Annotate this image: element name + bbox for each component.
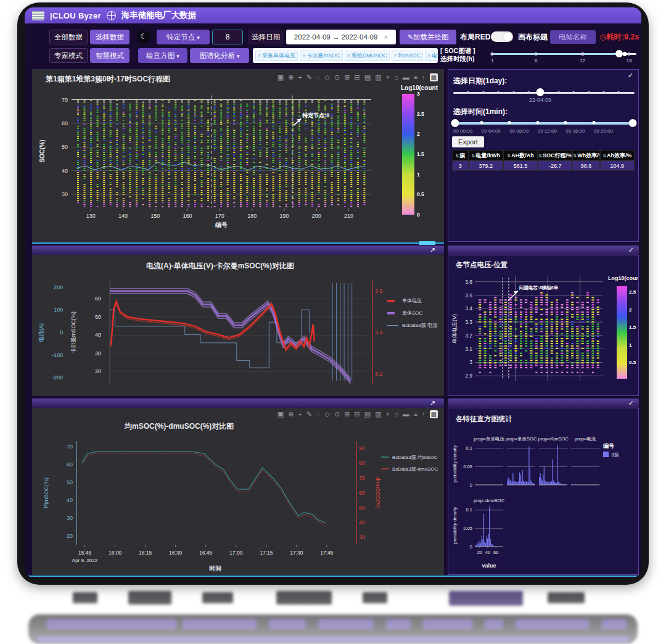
expert-mode-button[interactable]: 专家模式 bbox=[49, 48, 88, 63]
autoscale-icon[interactable]: ▤ bbox=[364, 410, 371, 418]
panel-separator[interactable]: ↗ bbox=[32, 246, 444, 255]
table-header[interactable]: ⇅电量/kWh bbox=[469, 150, 503, 160]
close-icon[interactable]: × bbox=[386, 73, 390, 81]
date-range-input[interactable]: 2022-04-09 → 2022-04-09× bbox=[286, 30, 396, 44]
theme-moon-icon[interactable]: ☾ bbox=[137, 30, 150, 44]
circle-select-icon[interactable]: ⊙ bbox=[334, 410, 340, 418]
check-icon[interactable]: ✓ bbox=[628, 398, 634, 408]
svg-text:50: 50 bbox=[95, 314, 101, 320]
filter-tag[interactable]: ×采集单体电压 bbox=[255, 51, 298, 61]
filter-tag[interactable]: ×电流 bbox=[425, 51, 438, 61]
draw-icon[interactable]: ✎ bbox=[306, 73, 312, 81]
svg-text:3.4: 3.4 bbox=[375, 329, 383, 336]
toggle-grid-icon[interactable]: ≡ bbox=[414, 73, 417, 81]
svg-text:0.5: 0.5 bbox=[417, 191, 424, 197]
filter-tag[interactable]: ×系统DMUSOC bbox=[345, 51, 390, 61]
tag-close-icon[interactable]: × bbox=[302, 52, 305, 59]
zoom-in-icon[interactable]: ⊞ bbox=[344, 410, 350, 418]
panel-separator[interactable]: ✓ bbox=[448, 398, 639, 408]
filter-tag[interactable]: ×均mSOC bbox=[392, 51, 423, 61]
graph-analysis-dropdown[interactable]: 图谱化分析▾ bbox=[190, 48, 249, 63]
expand-icon[interactable]: ↗ bbox=[430, 246, 435, 255]
zoom-out-icon[interactable]: ⊟ bbox=[355, 73, 360, 81]
filter-tag[interactable]: ×卡尔曼mSOC bbox=[300, 51, 342, 61]
node-value-input[interactable]: 8 bbox=[212, 30, 243, 44]
home-icon[interactable]: ⌂ bbox=[394, 410, 398, 418]
all-data-button[interactable]: 全部数据 bbox=[49, 30, 88, 44]
table-header[interactable]: ⇅簇 bbox=[452, 150, 469, 160]
svg-text:40: 40 bbox=[95, 332, 101, 338]
msoc-compare-chart[interactable]: 706050403020均mSOC(%)90807060504030dmuSOC… bbox=[36, 434, 438, 573]
node-voltage-chart[interactable]: 3.63.53.43.33.23.132.9单体电压(V)问题电芯:8模组6串L… bbox=[449, 271, 638, 395]
lasso-icon[interactable]: ◌ bbox=[316, 410, 321, 418]
date-label: 选择日期 bbox=[248, 30, 284, 44]
smart-mode-button[interactable]: 智慧模式 bbox=[90, 48, 130, 63]
reset-axes-icon[interactable]: ▥ bbox=[375, 73, 381, 81]
horizontal-scrollbar[interactable] bbox=[32, 242, 444, 244]
metrics-table: ⇅簇⇅电量/kWh⇅AH数/Ah⇅SOC行程/%⇅Wh效率/%⇅Ah效率/%33… bbox=[452, 150, 635, 171]
slider-handle[interactable] bbox=[536, 88, 545, 96]
spike-icon[interactable]: ↑ bbox=[422, 73, 426, 81]
range-handle-start[interactable] bbox=[451, 119, 459, 127]
table-row[interactable]: 3379.2561.5-26.798.6104.9 bbox=[452, 160, 635, 171]
soc-trip-chart[interactable]: 7060504030130140150160170180190200210编号S… bbox=[36, 84, 438, 239]
lasso-icon[interactable]: ◌ bbox=[316, 73, 321, 81]
select-data-button[interactable]: 选择数据 bbox=[90, 30, 130, 44]
panel-separator[interactable]: ✓ bbox=[448, 246, 639, 255]
tag-close-icon[interactable]: × bbox=[427, 52, 430, 59]
camera-icon[interactable]: ▣ bbox=[278, 410, 284, 418]
close-icon[interactable]: × bbox=[386, 410, 390, 418]
date-slider[interactable]: 22-04-09 bbox=[453, 87, 635, 101]
toggle-grid-icon[interactable]: ≡ bbox=[414, 410, 417, 418]
svg-text:0.1: 0.1 bbox=[466, 507, 472, 513]
spike-icon[interactable]: ↑ bbox=[422, 410, 426, 418]
expand-icon[interactable]: ↗ bbox=[430, 398, 435, 408]
toggle-line-icon[interactable]: ▬ bbox=[403, 410, 409, 418]
scrollbar-thumb[interactable] bbox=[419, 241, 435, 245]
draw-icon[interactable]: ✎ bbox=[306, 410, 312, 418]
slider-handle[interactable] bbox=[615, 50, 623, 57]
table-header[interactable]: ⇅Ah效率/% bbox=[600, 150, 635, 160]
load-and-plot-button[interactable]: ✎加载并绘图 bbox=[400, 30, 456, 44]
zoom-in-icon[interactable]: ⊞ bbox=[344, 73, 350, 81]
time-range-slider[interactable]: 09 00:0009 04:0009 08:0009 12:0009 16:00… bbox=[453, 118, 635, 131]
zoom-icon[interactable]: ⊕ bbox=[288, 73, 294, 81]
table-header[interactable]: ⇅SOC行程/% bbox=[538, 150, 572, 160]
plotly-logo-icon[interactable]: ▩ bbox=[430, 410, 438, 418]
panel-separator[interactable]: ↗ bbox=[32, 398, 444, 408]
export-button[interactable]: Export bbox=[452, 136, 484, 147]
pan-icon[interactable]: + bbox=[298, 73, 302, 81]
tag-close-icon[interactable]: × bbox=[258, 52, 261, 59]
table-header[interactable]: ⇅Wh效率/% bbox=[572, 150, 599, 160]
clear-date-icon[interactable]: × bbox=[384, 33, 388, 41]
circle-select-icon[interactable]: ⊙ bbox=[334, 73, 340, 81]
histograms-chart[interactable]: 编号3簇0.10.10.050.0500probability densityp… bbox=[449, 426, 638, 574]
select-icon[interactable]: ◇ bbox=[325, 73, 330, 81]
station-name-input[interactable]: 电站名称 bbox=[550, 30, 596, 44]
zoom-out-icon[interactable]: ⊟ bbox=[355, 410, 360, 418]
zoom-icon[interactable]: ⊕ bbox=[288, 410, 294, 418]
layout-toggle[interactable] bbox=[491, 31, 513, 42]
autoscale-icon[interactable]: ▤ bbox=[364, 73, 371, 81]
time-window-slider[interactable]: 161218 bbox=[491, 49, 636, 67]
tag-close-icon[interactable]: × bbox=[394, 52, 397, 59]
svg-text:0.05: 0.05 bbox=[463, 526, 472, 531]
compare-chart[interactable]: 2001000-100-200电流(A)6050403020卡尔曼mSOC(%)… bbox=[36, 275, 438, 393]
check-icon[interactable]: ✓ bbox=[628, 246, 634, 255]
signal-multiselect[interactable]: ×采集单体电压×卡尔曼mSOC×系统DMUSOC×均mSOC×电流×▾ bbox=[253, 48, 438, 63]
table-header[interactable]: ⇅AH数/Ah bbox=[503, 150, 538, 160]
reset-axes-icon[interactable]: ▥ bbox=[375, 410, 381, 418]
range-handle-end[interactable] bbox=[629, 119, 637, 127]
node-dropdown[interactable]: 特定节点▾ bbox=[157, 30, 210, 44]
histogram-dropdown[interactable]: 绘直方图▾ bbox=[138, 48, 187, 63]
plotly-logo-icon[interactable]: ▩ bbox=[430, 73, 438, 81]
camera-icon[interactable]: ▣ bbox=[278, 73, 284, 81]
check-icon[interactable]: ✓ bbox=[628, 71, 633, 80]
bottom-scrollbar[interactable] bbox=[25, 576, 641, 577]
toggle-line-icon[interactable]: ▬ bbox=[403, 73, 409, 81]
tag-close-icon[interactable]: × bbox=[347, 52, 350, 59]
pan-icon[interactable]: + bbox=[298, 410, 302, 418]
select-icon[interactable]: ◇ bbox=[325, 410, 330, 418]
svg-text:0: 0 bbox=[470, 544, 472, 550]
home-icon[interactable]: ⌂ bbox=[394, 73, 398, 81]
